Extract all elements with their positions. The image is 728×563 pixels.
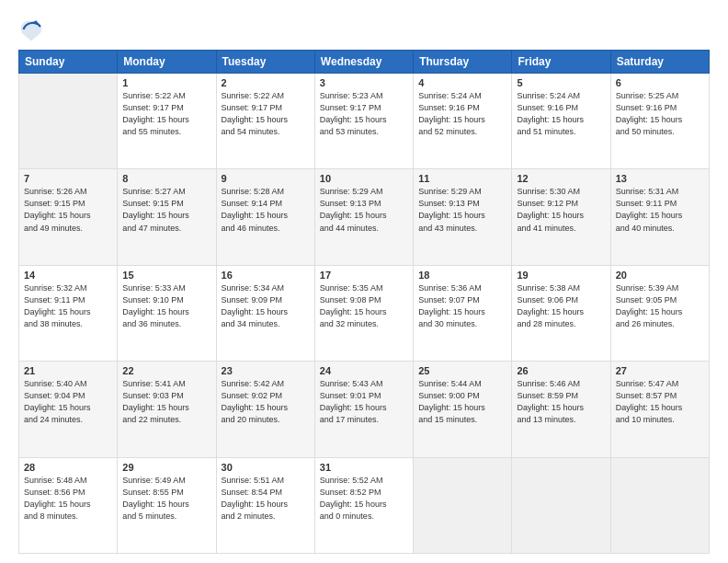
cell-content: Sunrise: 5:33 AM Sunset: 9:10 PM Dayligh… bbox=[122, 282, 210, 330]
cell-content: Sunrise: 5:49 AM Sunset: 8:55 PM Dayligh… bbox=[122, 475, 210, 523]
calendar-cell: 4Sunrise: 5:24 AM Sunset: 9:16 PM Daylig… bbox=[414, 74, 512, 169]
cell-content: Sunrise: 5:42 AM Sunset: 9:02 PM Dayligh… bbox=[222, 378, 310, 426]
calendar-cell: 14Sunrise: 5:32 AM Sunset: 9:11 PM Dayli… bbox=[19, 265, 118, 361]
calendar-cell: 18Sunrise: 5:36 AM Sunset: 9:07 PM Dayli… bbox=[414, 265, 512, 361]
calendar-cell: 5Sunrise: 5:24 AM Sunset: 9:16 PM Daylig… bbox=[512, 74, 610, 169]
calendar-header-tuesday: Tuesday bbox=[216, 51, 314, 74]
day-number: 13 bbox=[616, 173, 704, 184]
cell-content: Sunrise: 5:44 AM Sunset: 9:00 PM Dayligh… bbox=[418, 378, 506, 426]
calendar-header-saturday: Saturday bbox=[610, 51, 709, 74]
cell-content: Sunrise: 5:35 AM Sunset: 9:08 PM Dayligh… bbox=[320, 282, 408, 330]
cell-content: Sunrise: 5:23 AM Sunset: 9:17 PM Dayligh… bbox=[320, 90, 408, 138]
calendar-cell: 3Sunrise: 5:23 AM Sunset: 9:17 PM Daylig… bbox=[314, 74, 413, 169]
day-number: 4 bbox=[418, 77, 506, 88]
calendar-cell: 8Sunrise: 5:27 AM Sunset: 9:15 PM Daylig… bbox=[118, 169, 216, 265]
calendar-cell bbox=[610, 457, 709, 553]
day-number: 28 bbox=[24, 462, 112, 473]
page: SundayMondayTuesdayWednesdayThursdayFrid… bbox=[0, 0, 728, 563]
calendar-week-5: 28Sunrise: 5:48 AM Sunset: 8:56 PM Dayli… bbox=[19, 457, 710, 553]
day-number: 27 bbox=[616, 365, 704, 376]
calendar-week-2: 7Sunrise: 5:26 AM Sunset: 9:15 PM Daylig… bbox=[19, 169, 710, 265]
cell-content: Sunrise: 5:47 AM Sunset: 8:57 PM Dayligh… bbox=[616, 378, 704, 426]
calendar-cell: 6Sunrise: 5:25 AM Sunset: 9:16 PM Daylig… bbox=[610, 74, 709, 169]
day-number: 8 bbox=[122, 173, 210, 184]
calendar-header-row: SundayMondayTuesdayWednesdayThursdayFrid… bbox=[19, 51, 710, 74]
day-number: 18 bbox=[418, 270, 506, 281]
calendar-cell: 11Sunrise: 5:29 AM Sunset: 9:13 PM Dayli… bbox=[414, 169, 512, 265]
cell-content: Sunrise: 5:38 AM Sunset: 9:06 PM Dayligh… bbox=[517, 282, 605, 330]
calendar-cell: 24Sunrise: 5:43 AM Sunset: 9:01 PM Dayli… bbox=[314, 362, 413, 457]
cell-content: Sunrise: 5:51 AM Sunset: 8:54 PM Dayligh… bbox=[222, 475, 310, 523]
day-number: 6 bbox=[616, 77, 704, 88]
calendar-cell: 30Sunrise: 5:51 AM Sunset: 8:54 PM Dayli… bbox=[216, 457, 314, 553]
calendar-header-sunday: Sunday bbox=[19, 51, 118, 74]
cell-content: Sunrise: 5:22 AM Sunset: 9:17 PM Dayligh… bbox=[122, 90, 210, 138]
day-number: 5 bbox=[517, 77, 605, 88]
calendar-cell: 15Sunrise: 5:33 AM Sunset: 9:10 PM Dayli… bbox=[118, 265, 216, 361]
cell-content: Sunrise: 5:48 AM Sunset: 8:56 PM Dayligh… bbox=[24, 475, 112, 523]
calendar-header-wednesday: Wednesday bbox=[314, 51, 413, 74]
calendar-cell: 27Sunrise: 5:47 AM Sunset: 8:57 PM Dayli… bbox=[610, 362, 709, 457]
calendar-header-friday: Friday bbox=[512, 51, 610, 74]
cell-content: Sunrise: 5:52 AM Sunset: 8:52 PM Dayligh… bbox=[320, 475, 408, 523]
day-number: 9 bbox=[222, 173, 310, 184]
calendar-cell: 23Sunrise: 5:42 AM Sunset: 9:02 PM Dayli… bbox=[216, 362, 314, 457]
day-number: 15 bbox=[122, 270, 210, 281]
day-number: 14 bbox=[24, 270, 112, 281]
day-number: 19 bbox=[517, 270, 605, 281]
cell-content: Sunrise: 5:27 AM Sunset: 9:15 PM Dayligh… bbox=[122, 186, 210, 234]
day-number: 16 bbox=[222, 270, 310, 281]
calendar-cell: 25Sunrise: 5:44 AM Sunset: 9:00 PM Dayli… bbox=[414, 362, 512, 457]
cell-content: Sunrise: 5:46 AM Sunset: 8:59 PM Dayligh… bbox=[517, 378, 605, 426]
calendar-cell: 28Sunrise: 5:48 AM Sunset: 8:56 PM Dayli… bbox=[19, 457, 118, 553]
calendar-cell: 22Sunrise: 5:41 AM Sunset: 9:03 PM Dayli… bbox=[118, 362, 216, 457]
day-number: 31 bbox=[320, 462, 408, 473]
calendar-cell: 21Sunrise: 5:40 AM Sunset: 9:04 PM Dayli… bbox=[19, 362, 118, 457]
day-number: 25 bbox=[418, 365, 506, 376]
day-number: 1 bbox=[122, 77, 210, 88]
calendar-cell: 26Sunrise: 5:46 AM Sunset: 8:59 PM Dayli… bbox=[512, 362, 610, 457]
calendar-cell: 17Sunrise: 5:35 AM Sunset: 9:08 PM Dayli… bbox=[314, 265, 413, 361]
calendar-cell bbox=[512, 457, 610, 553]
cell-content: Sunrise: 5:29 AM Sunset: 9:13 PM Dayligh… bbox=[320, 186, 408, 234]
cell-content: Sunrise: 5:24 AM Sunset: 9:16 PM Dayligh… bbox=[418, 90, 506, 138]
cell-content: Sunrise: 5:32 AM Sunset: 9:11 PM Dayligh… bbox=[24, 282, 112, 330]
calendar-cell: 20Sunrise: 5:39 AM Sunset: 9:05 PM Dayli… bbox=[610, 265, 709, 361]
calendar-header-thursday: Thursday bbox=[414, 51, 512, 74]
day-number: 26 bbox=[517, 365, 605, 376]
calendar-table: SundayMondayTuesdayWednesdayThursdayFrid… bbox=[18, 50, 710, 554]
cell-content: Sunrise: 5:43 AM Sunset: 9:01 PM Dayligh… bbox=[320, 378, 408, 426]
cell-content: Sunrise: 5:39 AM Sunset: 9:05 PM Dayligh… bbox=[616, 282, 704, 330]
calendar-cell: 2Sunrise: 5:22 AM Sunset: 9:17 PM Daylig… bbox=[216, 74, 314, 169]
day-number: 3 bbox=[320, 77, 408, 88]
day-number: 7 bbox=[24, 173, 112, 184]
calendar-cell bbox=[414, 457, 512, 553]
day-number: 30 bbox=[222, 462, 310, 473]
calendar-cell: 1Sunrise: 5:22 AM Sunset: 9:17 PM Daylig… bbox=[118, 74, 216, 169]
logo-icon bbox=[18, 17, 44, 42]
calendar-cell: 16Sunrise: 5:34 AM Sunset: 9:09 PM Dayli… bbox=[216, 265, 314, 361]
day-number: 2 bbox=[222, 77, 310, 88]
calendar-week-4: 21Sunrise: 5:40 AM Sunset: 9:04 PM Dayli… bbox=[19, 362, 710, 457]
day-number: 29 bbox=[122, 462, 210, 473]
cell-content: Sunrise: 5:28 AM Sunset: 9:14 PM Dayligh… bbox=[222, 186, 310, 234]
day-number: 11 bbox=[418, 173, 506, 184]
day-number: 10 bbox=[320, 173, 408, 184]
calendar-cell: 19Sunrise: 5:38 AM Sunset: 9:06 PM Dayli… bbox=[512, 265, 610, 361]
cell-content: Sunrise: 5:34 AM Sunset: 9:09 PM Dayligh… bbox=[222, 282, 310, 330]
cell-content: Sunrise: 5:36 AM Sunset: 9:07 PM Dayligh… bbox=[418, 282, 506, 330]
calendar-week-3: 14Sunrise: 5:32 AM Sunset: 9:11 PM Dayli… bbox=[19, 265, 710, 361]
calendar-cell: 31Sunrise: 5:52 AM Sunset: 8:52 PM Dayli… bbox=[314, 457, 413, 553]
day-number: 21 bbox=[24, 365, 112, 376]
cell-content: Sunrise: 5:31 AM Sunset: 9:11 PM Dayligh… bbox=[616, 186, 704, 234]
cell-content: Sunrise: 5:40 AM Sunset: 9:04 PM Dayligh… bbox=[24, 378, 112, 426]
calendar-header-monday: Monday bbox=[118, 51, 216, 74]
calendar-cell: 10Sunrise: 5:29 AM Sunset: 9:13 PM Dayli… bbox=[314, 169, 413, 265]
calendar-cell: 13Sunrise: 5:31 AM Sunset: 9:11 PM Dayli… bbox=[610, 169, 709, 265]
cell-content: Sunrise: 5:25 AM Sunset: 9:16 PM Dayligh… bbox=[616, 90, 704, 138]
calendar-cell: 29Sunrise: 5:49 AM Sunset: 8:55 PM Dayli… bbox=[118, 457, 216, 553]
day-number: 12 bbox=[517, 173, 605, 184]
cell-content: Sunrise: 5:41 AM Sunset: 9:03 PM Dayligh… bbox=[122, 378, 210, 426]
cell-content: Sunrise: 5:26 AM Sunset: 9:15 PM Dayligh… bbox=[24, 186, 112, 234]
calendar-cell: 7Sunrise: 5:26 AM Sunset: 9:15 PM Daylig… bbox=[19, 169, 118, 265]
